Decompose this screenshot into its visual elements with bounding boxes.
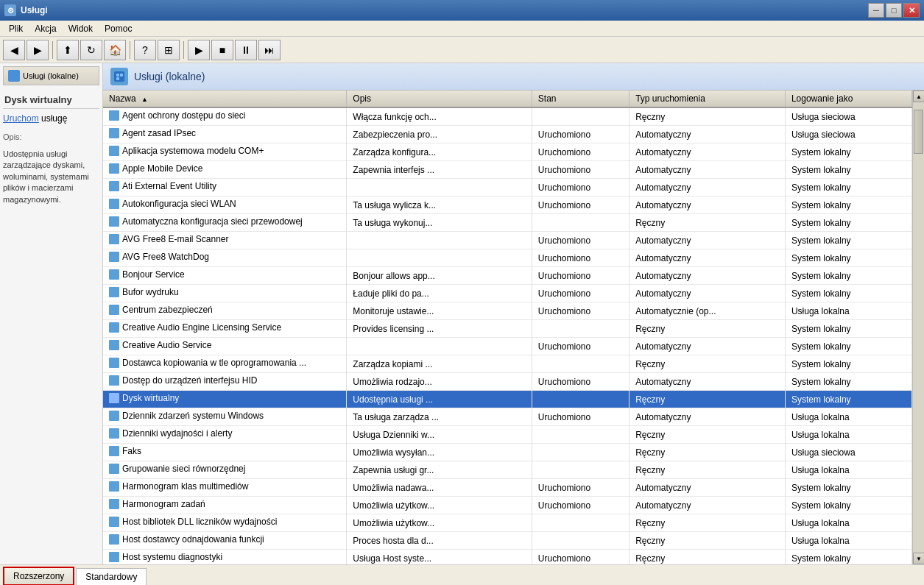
col-header-status[interactable]: Stan bbox=[532, 91, 629, 107]
right-panel: Usługi (lokalne) Nazwa ▲ Opis Stan Typ u bbox=[103, 63, 924, 564]
menu-bar: Plik Akcja Widok Pomoc bbox=[0, 21, 924, 37]
table-row[interactable]: AVG Free8 WatchDogUruchomionoAutomatyczn… bbox=[103, 249, 912, 267]
table-row[interactable]: Dziennik zdarzeń systemu WindowsTa usług… bbox=[103, 408, 912, 426]
table-scroll-area[interactable]: Nazwa ▲ Opis Stan Typ uruchomienia Logow… bbox=[103, 91, 912, 564]
table-row[interactable]: Autokonfiguracja sieci WLANTa usługa wyl… bbox=[103, 196, 912, 214]
view-button[interactable]: ⊞ bbox=[158, 40, 180, 60]
svg-rect-3 bbox=[116, 77, 119, 80]
menu-help[interactable]: Pomoc bbox=[99, 22, 138, 35]
table-row[interactable]: Host systemu diagnostykiUsługa Host syst… bbox=[103, 550, 912, 565]
desc-title-label: Opis: bbox=[3, 132, 99, 141]
pause-button[interactable]: ⏸ bbox=[235, 40, 257, 60]
table-row[interactable]: Dysk wirtualnyUdostępnia usługi ...Ręczn… bbox=[103, 391, 912, 408]
table-row[interactable]: Bonjour ServiceBonjour allows app...Uruc… bbox=[103, 267, 912, 285]
up-button[interactable]: ⬆ bbox=[57, 40, 79, 60]
table-header-row: Nazwa ▲ Opis Stan Typ uruchomienia Logow… bbox=[103, 91, 912, 107]
table-row[interactable]: Apple Mobile DeviceZapewnia interfejs ..… bbox=[103, 161, 912, 179]
window-title: Usługi bbox=[21, 5, 868, 15]
col-header-type[interactable]: Typ uruchomienia bbox=[629, 91, 786, 107]
toolbar: ◀ ▶ ⬆ ↻ 🏠 ? ⊞ ▶ ■ ⏸ ⏭ bbox=[0, 37, 924, 63]
title-bar: ⚙ Usługi ─ □ ✕ bbox=[0, 0, 924, 21]
minimize-button[interactable]: ─ bbox=[868, 3, 884, 18]
main-area: Usługi (lokalne) Dysk wirtualny Uruchom … bbox=[0, 63, 924, 564]
table-row[interactable]: Harmonogram zadańUmożliwia użytkow...Uru… bbox=[103, 497, 912, 514]
table-row[interactable]: Aplikacja systemowa modelu COM+Zarządza … bbox=[103, 143, 912, 161]
table-row[interactable]: Dostęp do urządzeń interfejsu HIDUmożliw… bbox=[103, 373, 912, 391]
scroll-track bbox=[913, 102, 924, 553]
left-panel-header-title: Usługi (lokalne) bbox=[23, 71, 79, 80]
table-row[interactable]: FaksUmożliwia wysyłan...RęcznyUsługa sie… bbox=[103, 444, 912, 461]
table-row[interactable]: Harmonogram klas multimediówUmożliwia na… bbox=[103, 479, 912, 497]
home-button[interactable]: 🏠 bbox=[104, 40, 126, 60]
table-row[interactable]: Host bibliotek DLL liczników wydajnościU… bbox=[103, 514, 912, 532]
left-section-title: Dysk wirtualny bbox=[3, 91, 99, 109]
services-icon bbox=[8, 70, 20, 82]
separator-1 bbox=[52, 41, 53, 59]
svg-rect-2 bbox=[120, 74, 123, 77]
refresh-button[interactable]: ↻ bbox=[80, 40, 102, 60]
table-row[interactable]: Host dostawcy odnajdowania funkcjiProces… bbox=[103, 532, 912, 550]
back-button[interactable]: ◀ bbox=[3, 40, 25, 60]
start-service-link[interactable]: Uruchom bbox=[3, 113, 39, 124]
col-header-logon[interactable]: Logowanie jako bbox=[785, 91, 911, 107]
menu-view[interactable]: Widok bbox=[63, 22, 99, 35]
scroll-down-button[interactable]: ▼ bbox=[913, 553, 924, 564]
app-icon: ⚙ bbox=[4, 4, 16, 16]
help-button[interactable]: ? bbox=[134, 40, 156, 60]
content-header: Usługi (lokalne) bbox=[103, 63, 924, 91]
col-header-name[interactable]: Nazwa ▲ bbox=[103, 91, 347, 107]
table-row[interactable]: AVG Free8 E-mail ScannerUruchomionoAutom… bbox=[103, 232, 912, 249]
svg-rect-1 bbox=[116, 74, 119, 77]
forward-button[interactable]: ▶ bbox=[27, 40, 49, 60]
left-panel: Usługi (lokalne) Dysk wirtualny Uruchom … bbox=[0, 63, 103, 564]
play-button[interactable]: ▶ bbox=[188, 40, 210, 60]
table-row[interactable]: Ati External Event UtilityUruchomionoAut… bbox=[103, 179, 912, 196]
table-row[interactable]: Dzienniki wydajności i alertyUsługa Dzie… bbox=[103, 426, 912, 444]
close-button[interactable]: ✕ bbox=[903, 3, 920, 18]
table-row[interactable]: Automatyczna konfiguracja sieci przewodo… bbox=[103, 214, 912, 232]
left-action-text: Uruchom usługę bbox=[3, 113, 99, 124]
scrollbar[interactable]: ▲ ▼ bbox=[912, 91, 924, 564]
table-row[interactable]: Dostawca kopiowania w tle oprogramowania… bbox=[103, 355, 912, 373]
table-row[interactable]: Agent ochrony dostępu do sieciWłącza fun… bbox=[103, 107, 912, 126]
scroll-up-button[interactable]: ▲ bbox=[913, 91, 924, 102]
table-row[interactable]: Grupowanie sieci równorzędnejZapewnia us… bbox=[103, 461, 912, 479]
svg-rect-0 bbox=[114, 71, 124, 82]
separator-2 bbox=[130, 41, 130, 59]
services-table: Nazwa ▲ Opis Stan Typ uruchomienia Logow… bbox=[103, 91, 912, 564]
sort-arrow: ▲ bbox=[141, 96, 148, 103]
col-header-desc[interactable]: Opis bbox=[347, 91, 532, 107]
content-header-title: Usługi (lokalne) bbox=[134, 71, 205, 82]
stop-button[interactable]: ■ bbox=[211, 40, 233, 60]
table-row[interactable]: Creative Audio Engine Licensing ServiceP… bbox=[103, 320, 912, 338]
table-row[interactable]: Centrum zabezpieczeńMonitoruje ustawie..… bbox=[103, 302, 912, 320]
menu-action[interactable]: Akcja bbox=[29, 22, 62, 35]
content-header-icon bbox=[110, 68, 128, 85]
menu-file[interactable]: Plik bbox=[3, 22, 29, 35]
separator-3 bbox=[183, 41, 184, 59]
table-row[interactable]: Creative Audio ServiceUruchomionoAutomat… bbox=[103, 338, 912, 355]
table-row[interactable]: Bufor wydrukuŁaduje pliki do pa...Urucho… bbox=[103, 285, 912, 302]
scroll-thumb[interactable] bbox=[914, 110, 923, 154]
table-row[interactable]: Agent zasad IPsecZabezpieczenia pro...Ur… bbox=[103, 126, 912, 143]
tab-rozszerzony[interactable]: Rozszerzony bbox=[3, 567, 74, 585]
tab-standardowy[interactable]: Standardowy bbox=[76, 568, 147, 585]
maximize-button[interactable]: □ bbox=[886, 3, 902, 18]
link-suffix: usługę bbox=[39, 113, 68, 124]
services-table-container[interactable]: Nazwa ▲ Opis Stan Typ uruchomienia Logow… bbox=[103, 91, 924, 564]
table-body: Agent ochrony dostępu do sieciWłącza fun… bbox=[103, 107, 912, 564]
restart-button[interactable]: ⏭ bbox=[258, 40, 281, 60]
service-description: Udostępnia usługi zarządzające dyskami, … bbox=[3, 149, 99, 205]
left-panel-header: Usługi (lokalne) bbox=[3, 66, 99, 85]
window-controls: ─ □ ✕ bbox=[868, 3, 920, 18]
bottom-tabs: Rozszerzony Standardowy bbox=[0, 564, 924, 585]
